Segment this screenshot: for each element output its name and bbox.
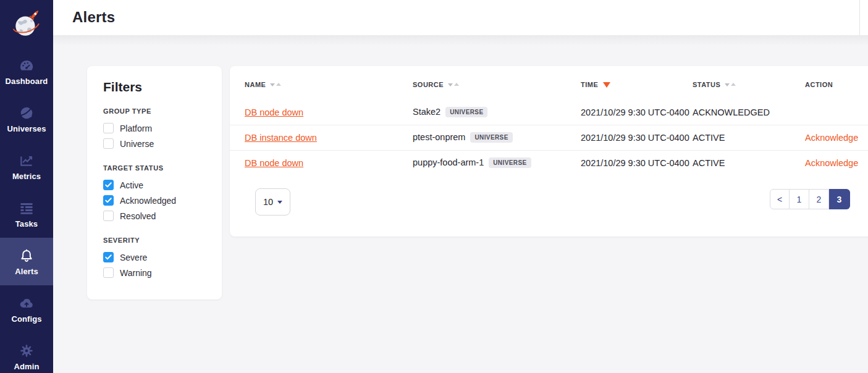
prev-page-button[interactable]: < (770, 189, 790, 209)
filter-option-label: Acknowledged (120, 196, 176, 206)
source-name: puppy-food-arm-1 (413, 157, 484, 167)
column-label: STATUS (693, 81, 720, 88)
filter-option-warning[interactable]: Warning (103, 265, 211, 280)
alerts-bell-icon (19, 248, 35, 264)
filter-option-label: Severe (120, 253, 147, 262)
table-row: DB node down Stake2UNIVERSE 2021/10/29 9… (230, 99, 868, 125)
alert-name-link[interactable]: DB instance down (245, 133, 317, 143)
main-area: Alerts Filters GROUP TYPE Platform Unive… (53, 0, 868, 373)
pagination-buttons: < 1 2 3 (770, 189, 850, 209)
filter-section-label: GROUP TYPE (103, 107, 211, 115)
page-button-1[interactable]: 1 (790, 189, 809, 209)
source-name: Stake2 (413, 107, 440, 117)
filter-option-platform[interactable]: Platform (103, 120, 211, 136)
sidebar-item-universes[interactable]: Universes (0, 95, 53, 143)
filters-panel: Filters GROUP TYPE Platform Universe TAR… (87, 66, 222, 300)
alert-time: 2021/10/29 9:30 UTC-0400 (581, 107, 693, 117)
filter-option-severe[interactable]: Severe (103, 249, 211, 265)
checkbox-checked[interactable] (103, 252, 114, 262)
page-title: Alerts (53, 0, 868, 26)
acknowledge-link[interactable]: Acknowledge (805, 158, 858, 168)
page-button-3-active[interactable]: 3 (829, 189, 850, 209)
alert-time: 2021/10/29 9:30 UTC-0400 (581, 158, 693, 168)
checkbox-unchecked[interactable] (103, 123, 114, 133)
sidebar-item-tasks[interactable]: Tasks (0, 190, 53, 238)
filter-option-label: Platform (120, 124, 152, 133)
metrics-chart-icon (19, 153, 35, 169)
alert-name-link[interactable]: DB node down (245, 158, 303, 168)
sort-icons (448, 83, 459, 86)
source-type-badge: UNIVERSE (489, 157, 531, 168)
page-button-2[interactable]: 2 (809, 189, 829, 209)
filter-option-universe[interactable]: Universe (103, 136, 211, 151)
sidebar-item-label: Dashboard (6, 77, 48, 86)
sidebar-item-admin[interactable]: Admin (0, 333, 53, 373)
sidebar-item-alerts[interactable]: Alerts (0, 238, 53, 285)
universes-globe-icon (19, 105, 35, 121)
sidebar-item-label: Tasks (15, 219, 38, 228)
table-body: DB node down Stake2UNIVERSE 2021/10/29 9… (230, 99, 868, 175)
header-divider (859, 0, 860, 35)
checkbox-checked[interactable] (103, 180, 114, 190)
sort-icons (270, 83, 281, 86)
table-row: DB instance down ptest-onpremUNIVERSE 20… (230, 125, 868, 150)
filter-option-active[interactable]: Active (103, 177, 211, 193)
filter-option-acknowledged[interactable]: Acknowledged (103, 193, 211, 208)
sidebar-item-label: Alerts (15, 267, 38, 276)
tasks-list-icon (19, 200, 35, 216)
column-label: TIME (581, 81, 598, 88)
yugabyte-logo[interactable] (0, 0, 53, 48)
column-header-status[interactable]: STATUS (693, 81, 805, 88)
source-name: ptest-onprem (413, 132, 465, 142)
page-size-value: 10 (263, 197, 273, 207)
filter-option-resolved[interactable]: Resolved (103, 208, 211, 224)
sidebar-item-label: Universes (7, 124, 46, 133)
column-header-name[interactable]: NAME (245, 81, 413, 88)
alert-name-link[interactable]: DB node down (245, 107, 303, 117)
checkbox-unchecked[interactable] (103, 138, 114, 149)
filter-section-target-status: TARGET STATUS Active Acknowledged Resolv… (103, 164, 211, 224)
filters-title: Filters (103, 80, 211, 94)
filter-section-severity: SEVERITY Severe Warning (103, 237, 211, 280)
column-header-action: ACTION (805, 81, 868, 88)
filter-option-label: Warning (120, 268, 152, 278)
sidebar-item-dashboard[interactable]: Dashboard (0, 48, 53, 95)
sidebar-item-metrics[interactable]: Metrics (0, 143, 53, 190)
acknowledge-link[interactable]: Acknowledge (805, 133, 858, 143)
filter-option-label: Active (120, 180, 143, 190)
filter-section-group-type: GROUP TYPE Platform Universe (103, 107, 211, 151)
dashboard-gauge-icon (19, 57, 35, 73)
sidebar-item-label: Configs (11, 314, 41, 324)
configs-cloud-icon (19, 295, 35, 311)
filter-option-label: Universe (120, 139, 154, 149)
sidebar-item-label: Admin (14, 362, 40, 371)
alert-time: 2021/10/29 9:30 UTC-0400 (581, 133, 693, 143)
sort-icons (725, 83, 736, 86)
source-type-badge: UNIVERSE (445, 107, 487, 117)
checkbox-unchecked[interactable] (103, 267, 114, 278)
column-label: ACTION (805, 81, 833, 88)
alert-status: ACTIVE (693, 158, 805, 168)
sort-desc-icon (603, 82, 610, 88)
table-header-row: NAME SOURCE TIME STATUS ACTION (230, 80, 868, 90)
sidebar-item-configs[interactable]: Configs (0, 285, 53, 333)
page-header: Alerts (53, 0, 868, 36)
column-header-source[interactable]: SOURCE (413, 81, 581, 88)
checkbox-unchecked[interactable] (103, 211, 114, 221)
admin-gear-icon (19, 343, 35, 359)
source-type-badge: UNIVERSE (470, 132, 512, 143)
column-label: SOURCE (413, 81, 444, 88)
chevron-down-icon (277, 201, 282, 204)
content-area: Filters GROUP TYPE Platform Universe TAR… (53, 36, 868, 373)
column-header-time[interactable]: TIME (581, 81, 693, 88)
alerts-table-panel: NAME SOURCE TIME STATUS ACTION (230, 66, 868, 237)
table-row: DB node down puppy-food-arm-1UNIVERSE 20… (230, 150, 868, 175)
filter-option-label: Resolved (120, 211, 156, 221)
planet-rocket-logo-icon (12, 9, 41, 40)
page-size-dropdown[interactable]: 10 (255, 188, 290, 216)
sidebar: Dashboard Universes Metrics Tasks Alerts… (0, 0, 53, 373)
checkbox-checked[interactable] (103, 195, 114, 206)
filter-section-label: TARGET STATUS (103, 164, 211, 172)
column-label: NAME (245, 81, 266, 88)
filter-section-label: SEVERITY (103, 237, 211, 244)
